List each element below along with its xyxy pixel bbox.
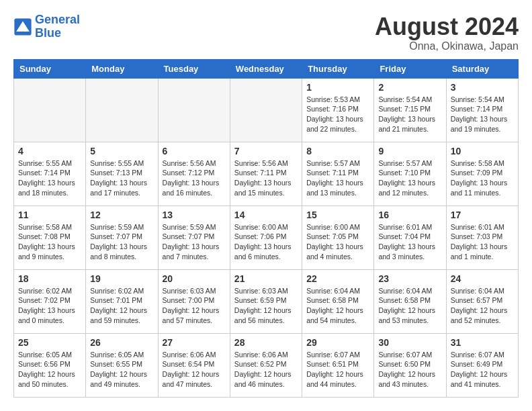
logo-text: General Blue [35,13,80,40]
day-info: Sunrise: 6:00 AMSunset: 7:06 PMDaylight:… [234,222,298,262]
calendar-cell: 8Sunrise: 5:57 AMSunset: 7:11 PMDaylight… [302,142,374,205]
day-info: Sunrise: 5:59 AMSunset: 7:07 PMDaylight:… [90,222,153,262]
calendar-week-2: 4Sunrise: 5:55 AMSunset: 7:14 PMDaylight… [14,142,519,205]
weekday-header-friday: Friday [374,59,446,78]
day-number: 23 [378,273,441,284]
calendar-cell: 5Sunrise: 5:55 AMSunset: 7:13 PMDaylight… [86,142,158,205]
day-info: Sunrise: 6:01 AMSunset: 7:04 PMDaylight:… [378,222,441,262]
calendar-cell: 28Sunrise: 6:06 AMSunset: 6:52 PMDayligh… [230,333,302,397]
calendar-cell [230,78,302,142]
calendar-cell: 12Sunrise: 5:59 AMSunset: 7:07 PMDayligh… [86,205,158,269]
day-info: Sunrise: 6:06 AMSunset: 6:52 PMDaylight:… [234,350,298,390]
day-number: 24 [451,273,514,284]
calendar-cell: 6Sunrise: 5:56 AMSunset: 7:12 PMDaylight… [158,142,230,205]
day-number: 22 [306,273,369,284]
logo: General Blue [13,13,80,40]
calendar-table: SundayMondayTuesdayWednesdayThursdayFrid… [13,59,519,398]
calendar-cell: 23Sunrise: 6:04 AMSunset: 6:58 PMDayligh… [374,269,446,333]
day-info: Sunrise: 6:03 AMSunset: 6:59 PMDaylight:… [234,286,298,326]
day-info: Sunrise: 5:53 AMSunset: 7:16 PMDaylight:… [306,95,369,134]
day-info: Sunrise: 5:58 AMSunset: 7:09 PMDaylight:… [451,158,514,198]
day-number: 9 [378,146,441,156]
day-number: 1 [306,82,369,93]
day-number: 27 [163,337,226,348]
calendar-cell: 25Sunrise: 6:05 AMSunset: 6:56 PMDayligh… [14,333,86,397]
calendar-cell: 19Sunrise: 6:02 AMSunset: 7:01 PMDayligh… [86,269,158,333]
calendar-cell: 30Sunrise: 6:07 AMSunset: 6:50 PMDayligh… [374,333,446,397]
calendar-cell: 16Sunrise: 6:01 AMSunset: 7:04 PMDayligh… [374,205,446,269]
month-title: August 2024 [375,13,519,40]
calendar-cell: 11Sunrise: 5:58 AMSunset: 7:08 PMDayligh… [14,205,86,269]
calendar-week-5: 25Sunrise: 6:05 AMSunset: 6:56 PMDayligh… [14,333,519,397]
day-info: Sunrise: 5:57 AMSunset: 7:11 PMDaylight:… [306,158,369,198]
day-info: Sunrise: 6:02 AMSunset: 7:02 PMDaylight:… [18,286,81,326]
day-info: Sunrise: 5:55 AMSunset: 7:13 PMDaylight:… [90,158,153,198]
day-number: 15 [306,210,369,220]
calendar-cell: 20Sunrise: 6:03 AMSunset: 7:00 PMDayligh… [158,269,230,333]
weekday-header-thursday: Thursday [302,59,374,78]
day-number: 16 [378,210,441,220]
day-number: 29 [306,337,369,348]
calendar-cell: 7Sunrise: 5:56 AMSunset: 7:11 PMDaylight… [230,142,302,205]
weekday-header-saturday: Saturday [446,59,518,78]
day-number: 20 [163,273,226,284]
day-info: Sunrise: 5:55 AMSunset: 7:14 PMDaylight:… [18,158,81,198]
calendar-cell: 1Sunrise: 5:53 AMSunset: 7:16 PMDaylight… [302,78,374,142]
day-number: 11 [18,210,81,220]
calendar-cell: 10Sunrise: 5:58 AMSunset: 7:09 PMDayligh… [446,142,518,205]
weekday-header-sunday: Sunday [14,59,86,78]
day-number: 13 [163,210,226,220]
calendar-cell [14,78,86,142]
day-info: Sunrise: 6:04 AMSunset: 6:57 PMDaylight:… [451,286,514,326]
day-number: 5 [90,146,153,156]
calendar-cell: 18Sunrise: 6:02 AMSunset: 7:02 PMDayligh… [14,269,86,333]
day-info: Sunrise: 6:04 AMSunset: 6:58 PMDaylight:… [306,286,369,326]
day-info: Sunrise: 5:54 AMSunset: 7:14 PMDaylight:… [451,95,514,134]
calendar-cell: 31Sunrise: 6:07 AMSunset: 6:49 PMDayligh… [446,333,518,397]
day-info: Sunrise: 5:54 AMSunset: 7:15 PMDaylight:… [378,95,441,134]
calendar-cell: 15Sunrise: 6:00 AMSunset: 7:05 PMDayligh… [302,205,374,269]
day-number: 7 [234,146,298,156]
calendar-week-4: 18Sunrise: 6:02 AMSunset: 7:02 PMDayligh… [14,269,519,333]
logo-general: General [35,13,80,26]
logo-icon [13,17,32,36]
page-header: General Blue August 2024 Onna, Okinawa, … [13,13,519,52]
calendar-cell: 3Sunrise: 5:54 AMSunset: 7:14 PMDaylight… [446,78,518,142]
calendar-cell: 26Sunrise: 6:05 AMSunset: 6:55 PMDayligh… [86,333,158,397]
day-number: 3 [451,82,514,93]
calendar-cell: 29Sunrise: 6:07 AMSunset: 6:51 PMDayligh… [302,333,374,397]
weekday-header-wednesday: Wednesday [230,59,302,78]
day-info: Sunrise: 5:56 AMSunset: 7:11 PMDaylight:… [234,158,298,198]
calendar-week-3: 11Sunrise: 5:58 AMSunset: 7:08 PMDayligh… [14,205,519,269]
day-info: Sunrise: 6:05 AMSunset: 6:55 PMDaylight:… [90,350,153,390]
calendar-cell [86,78,158,142]
day-info: Sunrise: 6:00 AMSunset: 7:05 PMDaylight:… [306,222,369,262]
day-number: 4 [18,146,81,156]
day-number: 10 [451,146,514,156]
title-block: August 2024 Onna, Okinawa, Japan [375,13,519,52]
calendar-cell: 27Sunrise: 6:06 AMSunset: 6:54 PMDayligh… [158,333,230,397]
day-info: Sunrise: 6:04 AMSunset: 6:58 PMDaylight:… [378,286,441,326]
calendar-cell: 24Sunrise: 6:04 AMSunset: 6:57 PMDayligh… [446,269,518,333]
day-number: 30 [378,337,441,348]
day-info: Sunrise: 6:02 AMSunset: 7:01 PMDaylight:… [90,286,153,326]
weekday-header-tuesday: Tuesday [158,59,230,78]
day-info: Sunrise: 6:06 AMSunset: 6:54 PMDaylight:… [163,350,226,390]
day-number: 6 [163,146,226,156]
calendar-cell: 9Sunrise: 5:57 AMSunset: 7:10 PMDaylight… [374,142,446,205]
day-info: Sunrise: 5:56 AMSunset: 7:12 PMDaylight:… [163,158,226,198]
calendar-cell: 13Sunrise: 5:59 AMSunset: 7:07 PMDayligh… [158,205,230,269]
day-number: 14 [234,210,298,220]
day-number: 19 [90,273,153,284]
calendar-cell: 21Sunrise: 6:03 AMSunset: 6:59 PMDayligh… [230,269,302,333]
location: Onna, Okinawa, Japan [375,40,519,52]
calendar-cell: 22Sunrise: 6:04 AMSunset: 6:58 PMDayligh… [302,269,374,333]
day-info: Sunrise: 6:07 AMSunset: 6:50 PMDaylight:… [378,350,441,390]
weekday-header-monday: Monday [86,59,158,78]
day-number: 31 [451,337,514,348]
day-number: 17 [451,210,514,220]
day-info: Sunrise: 6:01 AMSunset: 7:03 PMDaylight:… [451,222,514,262]
day-number: 12 [90,210,153,220]
weekday-header-row: SundayMondayTuesdayWednesdayThursdayFrid… [14,59,519,78]
day-number: 21 [234,273,298,284]
